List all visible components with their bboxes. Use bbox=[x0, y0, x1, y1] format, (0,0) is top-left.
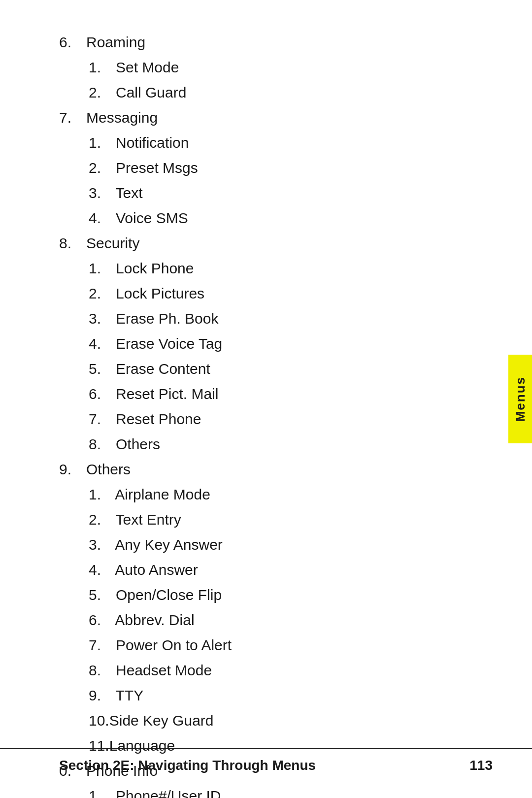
menu-item-level1: 6. Roaming bbox=[59, 30, 493, 55]
menu-item-level2: 7. Power On to Alert bbox=[89, 632, 493, 658]
menu-item-level1: 7. Messaging bbox=[59, 105, 493, 130]
menu-item-level2: 1. Phone#/User ID bbox=[89, 783, 493, 798]
side-tab: Menus bbox=[508, 355, 532, 443]
menu-item-level2: 2. Call Guard bbox=[89, 80, 493, 105]
menu-item-level2: 3. Erase Ph. Book bbox=[89, 306, 493, 331]
side-tab-label: Menus bbox=[513, 376, 528, 422]
menu-item-level2: 3. Any Key Answer bbox=[89, 532, 493, 557]
menu-item-level2: 4. Auto Answer bbox=[89, 557, 493, 582]
menu-item-level2: 1. Notification bbox=[89, 130, 493, 155]
menu-item-level2: 1. Airplane Mode bbox=[89, 482, 493, 507]
menu-item-level2: 8. Others bbox=[89, 432, 493, 457]
footer-title: Section 2E: Navigating Through Menus bbox=[59, 758, 316, 773]
menu-item-level2: 9. TTY bbox=[89, 683, 493, 708]
menu-item-level1: 9. Others bbox=[59, 457, 493, 482]
menu-item-level2: 4. Erase Voice Tag bbox=[89, 331, 493, 356]
footer: Section 2E: Navigating Through Menus 113 bbox=[0, 748, 532, 773]
menu-item-level2: 6. Abbrev. Dial bbox=[89, 607, 493, 632]
menu-item-level2: 4. Voice SMS bbox=[89, 205, 493, 231]
page-content: 6. Roaming1. Set Mode2. Call Guard7. Mes… bbox=[0, 0, 532, 798]
footer-page: 113 bbox=[469, 758, 493, 773]
menu-item-level2: 5. Erase Content bbox=[89, 356, 493, 381]
menu-item-level2: 1. Set Mode bbox=[89, 55, 493, 80]
menu-item-level2: 8. Headset Mode bbox=[89, 658, 493, 683]
menu-item-level2: 2. Lock Pictures bbox=[89, 281, 493, 306]
menu-item-level2: 5. Open/Close Flip bbox=[89, 582, 493, 607]
menu-item-level2: 3. Text bbox=[89, 180, 493, 205]
menu-item-level2: 6. Reset Pict. Mail bbox=[89, 381, 493, 406]
menu-item-level2: 2. Preset Msgs bbox=[89, 155, 493, 180]
menu-item-level2: 2. Text Entry bbox=[89, 507, 493, 532]
menu-item-level2: 7. Reset Phone bbox=[89, 406, 493, 432]
menu-item-level2: 1. Lock Phone bbox=[89, 256, 493, 281]
menu-item-level1: 8. Security bbox=[59, 231, 493, 256]
menu-item-level2: 10.Side Key Guard bbox=[89, 708, 493, 733]
menu-list: 6. Roaming1. Set Mode2. Call Guard7. Mes… bbox=[59, 30, 493, 798]
